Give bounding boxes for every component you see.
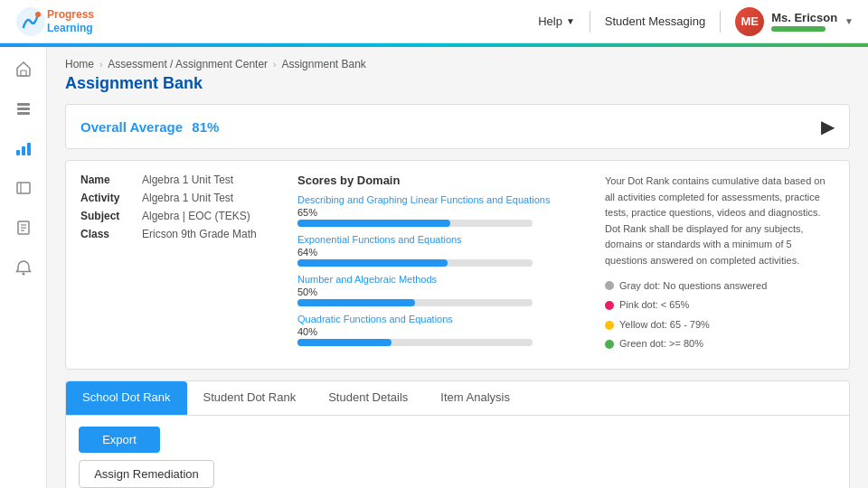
- svg-point-1: [35, 12, 41, 17]
- tab-school-dot-rank[interactable]: School Dot Rank: [66, 381, 187, 415]
- tab-student-dot-rank[interactable]: Student Dot Rank: [187, 381, 313, 415]
- action-buttons: Export Assign Remediation: [79, 427, 836, 488]
- legend-section: Your Dot Rank contains cumulative data b…: [605, 174, 835, 356]
- domain-name: Number and Algebraic Methods: [297, 274, 587, 285]
- help-label: Help: [538, 14, 562, 28]
- domain-pct: 40%: [297, 326, 587, 337]
- domain-row: Exponential Functions and Equations 64%: [297, 234, 587, 267]
- legend-item: Gray dot: No questions answered: [605, 278, 835, 295]
- breadcrumb-sep2: ›: [273, 60, 276, 70]
- breadcrumb-current: Assignment Bank: [281, 58, 365, 70]
- subject-value: Algebra | EOC (TEKS): [142, 210, 250, 222]
- breadcrumb-assessment[interactable]: Assessment / Assignment Center: [108, 58, 268, 70]
- user-chevron-icon: ▼: [844, 16, 854, 26]
- tab-item-analysis[interactable]: Item Analysis: [424, 381, 526, 415]
- avatar: ME: [735, 7, 764, 36]
- overall-average-text: Overall Average 81%: [80, 119, 219, 135]
- student-messaging-button[interactable]: Student Messaging: [605, 14, 705, 28]
- legend-item: Pink dot: < 65%: [605, 297, 835, 314]
- sidebar-item-analytics[interactable]: [13, 137, 34, 159]
- bar-fill: [297, 339, 392, 346]
- logo-area: Progress Learning: [14, 5, 94, 38]
- svg-rect-4: [17, 108, 30, 110]
- user-menu[interactable]: ME Ms. Ericson ▼: [735, 7, 854, 36]
- svg-rect-5: [17, 112, 30, 115]
- domain-row: Quadratic Functions and Equations 40%: [297, 314, 587, 346]
- dot-green: [605, 340, 614, 349]
- legend-description: Your Dot Rank contains cumulative data b…: [605, 174, 835, 269]
- overall-average-card: Overall Average 81% ▶: [65, 104, 850, 149]
- domain-pct: 64%: [297, 247, 587, 258]
- user-info: Ms. Ericson: [771, 11, 837, 32]
- bar-fill: [297, 299, 415, 306]
- avatar-initials: ME: [741, 14, 759, 28]
- name-value: Algebra 1 Unit Test: [142, 174, 233, 186]
- sidebar-item-home[interactable]: [13, 58, 34, 80]
- info-row-activity: Activity Algebra 1 Unit Test: [80, 192, 279, 204]
- svg-rect-7: [22, 146, 25, 155]
- overall-label: Overall Average: [80, 119, 183, 135]
- nav-divider: [590, 11, 590, 33]
- chevron-down-icon: ▼: [566, 16, 575, 26]
- svg-rect-9: [17, 183, 30, 193]
- overall-value: 81%: [192, 119, 219, 135]
- dot-pink: [605, 301, 614, 310]
- domain-name: Exponential Functions and Equations: [297, 234, 587, 245]
- bar-track: [297, 299, 533, 306]
- domain-name: Describing and Graphing Linear Functions…: [297, 194, 587, 205]
- sidebar-item-curriculum[interactable]: [13, 217, 34, 239]
- page-title: Assignment Bank: [65, 74, 850, 93]
- scores-title: Scores by Domain: [297, 174, 587, 187]
- domain-row: Number and Algebraic Methods 50%: [297, 274, 587, 306]
- legend-item: Green dot: >= 80%: [605, 336, 835, 352]
- nav-divider2: [720, 11, 721, 33]
- domain-pct: 65%: [297, 207, 587, 218]
- sidebar-item-notifications[interactable]: [13, 257, 34, 278]
- legend-item-label: Yellow dot: 65 - 79%: [619, 317, 710, 333]
- name-label: Name: [80, 174, 135, 186]
- sidebar-item-library[interactable]: [13, 177, 34, 199]
- svg-rect-3: [17, 103, 30, 106]
- breadcrumb-home[interactable]: Home: [65, 58, 94, 70]
- logo-line1: Progress: [47, 8, 94, 21]
- domain-row: Describing and Graphing Linear Functions…: [297, 194, 587, 227]
- activity-label: Activity: [80, 192, 135, 204]
- svg-rect-2: [21, 70, 26, 76]
- svg-rect-6: [16, 150, 20, 155]
- subject-label: Subject: [80, 210, 135, 222]
- dot-gray: [605, 281, 614, 290]
- class-value: Ericson 9th Grade Math: [142, 228, 257, 240]
- tabs-card: School Dot Rank Student Dot Rank Student…: [65, 380, 850, 488]
- bar-track: [297, 339, 533, 346]
- dot-yellow: [605, 321, 614, 330]
- bar-fill: [297, 259, 448, 267]
- legend-item-label: Pink dot: < 65%: [619, 297, 689, 314]
- legend-items: Gray dot: No questions answered Pink dot…: [605, 278, 835, 352]
- domains-list: Describing and Graphing Linear Functions…: [297, 194, 587, 346]
- help-button[interactable]: Help ▼: [538, 14, 575, 28]
- activity-value: Algebra 1 Unit Test: [142, 192, 233, 204]
- logo-line2: Learning: [47, 22, 94, 34]
- info-row-name: Name Algebra 1 Unit Test: [80, 174, 279, 186]
- tab-content: Export Assign Remediation - Demo Assessm…: [66, 416, 849, 488]
- progress-learning-logo: [14, 5, 47, 38]
- legend-item-label: Gray dot: No questions answered: [619, 278, 767, 295]
- info-row-class: Class Ericson 9th Grade Math: [80, 228, 279, 240]
- top-nav-right: Help ▼ Student Messaging ME Ms. Ericson …: [538, 7, 854, 36]
- svg-point-15: [22, 273, 24, 276]
- legend-item-label: Green dot: >= 80%: [619, 336, 703, 352]
- svg-rect-8: [27, 143, 31, 155]
- breadcrumb-sep1: ›: [99, 60, 102, 70]
- arrow-right-icon: ▶: [821, 116, 835, 137]
- bar-fill: [297, 220, 450, 227]
- info-section: Name Algebra 1 Unit Test Activity Algebr…: [80, 174, 279, 356]
- legend-item: Yellow dot: 65 - 79%: [605, 317, 835, 333]
- sidebar: [0, 47, 47, 488]
- sidebar-item-reports[interactable]: [13, 98, 34, 119]
- info-row-subject: Subject Algebra | EOC (TEKS): [80, 210, 279, 222]
- tabs-header: School Dot Rank Student Dot Rank Student…: [66, 381, 849, 416]
- tab-student-details[interactable]: Student Details: [312, 381, 424, 415]
- export-button[interactable]: Export: [79, 427, 160, 453]
- assign-remediation-button[interactable]: Assign Remediation: [79, 460, 214, 488]
- user-name: Ms. Ericson: [771, 11, 837, 24]
